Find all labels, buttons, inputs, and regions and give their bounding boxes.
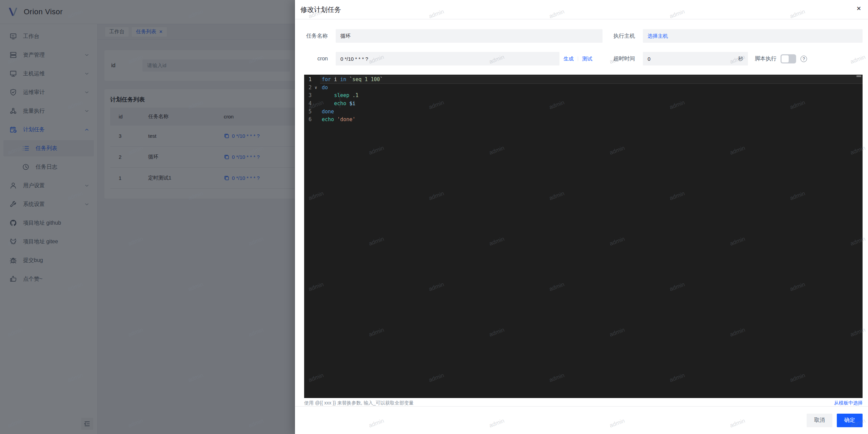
form-row-1: 任务名称 循环 执行主机 选择主机 [304,29,863,43]
help-icon[interactable]: ? [801,56,807,62]
params-hint-text: 使用 @{{ xxx }} 来替换参数, 输入_可以获取全部变量 [304,400,414,406]
task-name-value: 循环 [340,33,351,39]
drawer-title: 修改计划任务 [300,5,341,14]
indent-guide [340,92,340,100]
indent-guide [340,100,340,108]
line-number: 5 [304,108,312,116]
editor-overview-ruler-marker [856,75,861,77]
app-root: Orion Visor 工作台资产管理主机运维运维审计批量执行计划任务任务列表任… [0,0,868,434]
form-row-2: cron 0 */10 * * * ? 生成 测试 超时时间 0 秒 脚本执行 … [304,52,863,65]
line-number: 3 [304,92,312,100]
exec-host-label: 执行主机 [611,33,635,40]
code-line: 5done [304,108,863,116]
line-number: 1 [304,76,312,84]
cron-input[interactable]: 0 */10 * * * ? [336,52,559,65]
task-name-input[interactable]: 循环 [336,29,603,43]
select-host-link[interactable]: 选择主机 [648,33,668,39]
code-line: 1for i in `seq 1 100` [304,76,863,84]
gutter-space [312,108,320,116]
test-cron-link[interactable]: 测试 [582,56,592,62]
generate-cron-link[interactable]: 生成 [564,56,574,62]
divider [578,56,578,61]
timeout-label: 超时时间 [611,55,635,62]
line-number: 6 [304,116,312,124]
code-line: 6echo 'done' [304,116,863,124]
code-line: 3 sleep .1 [304,92,863,100]
fold-chevron-icon[interactable]: ∨ [312,84,320,92]
cron-field-group: 0 */10 * * * ? 生成 测试 [336,52,603,65]
timeout-value: 0 [648,56,650,62]
drawer-footer: 取消 确定 [295,406,868,434]
code-line: 2∨do [304,84,863,92]
task-name-label: 任务名称 [304,33,328,40]
toggle-knob [782,55,789,62]
select-from-template-link[interactable]: 从模板中选择 [834,400,863,406]
cancel-button[interactable]: 取消 [807,414,832,427]
drawer-header: 修改计划任务 ✕ [295,0,868,19]
gutter-space [312,116,320,124]
code-line: 4 echo $i [304,100,863,108]
script-exec-label: 脚本执行 [755,55,776,62]
close-icon[interactable]: ✕ [856,6,861,12]
confirm-button[interactable]: 确定 [837,414,863,427]
gutter-space [312,92,320,100]
timeout-unit: 秒 [738,56,743,62]
line-number: 2 [304,84,312,92]
cron-value: 0 */10 * * * ? [340,56,368,62]
gutter-space [312,100,320,108]
gutter-space [312,76,320,84]
host-select-field[interactable]: 选择主机 [643,29,863,43]
timeout-input[interactable]: 0 秒 [643,52,748,65]
code-lines: 1for i in `seq 1 100`2∨do3 sleep .14 ech… [304,76,863,124]
edit-task-drawer: 修改计划任务 ✕ 任务名称 循环 执行主机 选择主机 cron 0 */10 *… [295,0,868,434]
line-number: 4 [304,100,312,108]
drawer-body: 任务名称 循环 执行主机 选择主机 cron 0 */10 * * * ? 生成 [295,19,868,406]
cron-label: cron [304,56,328,62]
hint-row: 使用 @{{ xxx }} 来替换参数, 输入_可以获取全部变量 从模板中选择 [304,400,863,406]
code-editor[interactable]: 1for i in `seq 1 100`2∨do3 sleep .14 ech… [304,75,863,398]
script-exec-toggle[interactable] [781,54,796,63]
